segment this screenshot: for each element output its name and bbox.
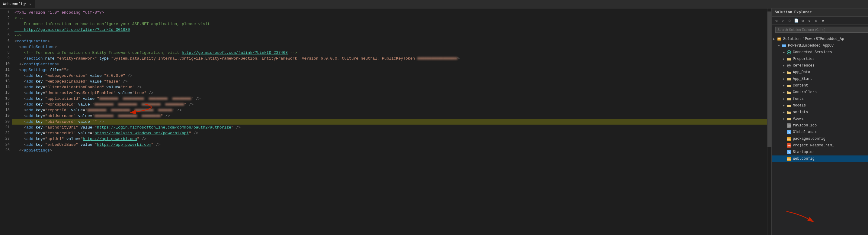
forward-button[interactable]: ▷ <box>780 18 785 23</box>
expand-arrow[interactable]: ▶ <box>781 57 786 61</box>
token-val: "reportId" <box>45 107 68 113</box>
se-item-scripts[interactable]: ▶scripts <box>772 109 868 115</box>
refresh-button[interactable]: ↺ <box>807 18 812 23</box>
token-bracket: > <box>57 61 59 67</box>
sync-button[interactable]: ⇄ <box>820 18 826 23</box>
code-container[interactable]: 1234567891011121314151617181920212223242… <box>0 8 767 235</box>
se-item-content[interactable]: ▶Content <box>772 82 868 89</box>
code-line-15: <add key="UnobtrusiveJavaScriptEnabled" … <box>12 90 767 96</box>
expand-arrow[interactable]: ▶ <box>781 110 786 114</box>
tab-web-config[interactable]: Web.config* ✕ <box>0 0 35 8</box>
token-bracket: < <box>14 79 26 84</box>
se-item-models[interactable]: ▶Models <box>772 102 868 109</box>
tab-close-button[interactable]: ✕ <box>29 2 32 6</box>
code-line-20: <add key="pbiPassword" value="" /> <box>12 119 767 125</box>
se-item-solution--powerbiembedded-ap[interactable]: ▶Solution 'PowerBIEmbedded_Ap <box>772 36 868 42</box>
se-item-project-readme-html[interactable]: HTMLProject_Readme.html <box>772 142 868 149</box>
token-eq: = <box>43 136 45 142</box>
tab-label: Web.config* <box>3 2 27 6</box>
collapse-arrow[interactable]: ▼ <box>777 44 781 48</box>
token-comment: --> <box>288 50 297 56</box>
token-link[interactable]: https://app.powerbi.com <box>97 142 151 148</box>
expand-button[interactable]: ⊞ <box>813 18 819 23</box>
token-eq: = <box>43 90 45 96</box>
se-item-properties[interactable]: ▶Properties <box>772 56 868 62</box>
token-blurred: ■■■■■■■■ ■■■■■■■■ ■■■■■■■■ ■■■■■■ <box>88 107 173 113</box>
expand-arrow[interactable]: ▶ <box>781 71 786 74</box>
connected-services-icon <box>786 50 792 55</box>
solution-explorer-search[interactable] <box>775 27 868 33</box>
se-item-controllers[interactable]: ▶Controllers <box>772 89 868 96</box>
token-bracket: </ <box>14 61 24 67</box>
folder-icon <box>786 89 792 95</box>
expand-arrow[interactable]: ▶ <box>781 64 786 68</box>
token-attr: value <box>88 79 102 84</box>
expand-arrow[interactable]: ▶ <box>781 84 786 87</box>
line-number-19: 19 <box>2 113 10 119</box>
token-link[interactable]: http://go.microsoft.com/fwlink/?LinkID=2… <box>182 50 288 56</box>
se-item-app-start[interactable]: ▶App_Start <box>772 76 868 82</box>
code-line-14: <add key="ClientValidationEnabled" value… <box>12 84 767 90</box>
editor-scrollbar[interactable] <box>767 8 771 235</box>
token-val: " <box>85 107 88 113</box>
token-comment: <!-- For more information on Entity Fram… <box>14 50 182 56</box>
expand-arrow[interactable]: ▶ <box>781 117 786 121</box>
expand-arrow[interactable]: ▶ <box>781 104 786 107</box>
back-button[interactable]: ◁ <box>774 18 779 23</box>
expand-arrow[interactable]: ▶ <box>781 97 786 101</box>
token-eq: = <box>102 79 104 84</box>
tab-bar: Web.config* ✕ <box>0 0 868 8</box>
solution-explorer-tree: ▶Solution 'PowerBIEmbedded_Ap▼PowerBIEmb… <box>772 34 868 235</box>
se-item-packages-config[interactable]: XMLpackages.config <box>772 135 868 142</box>
se-item-references[interactable]: ▶References <box>772 62 868 69</box>
se-item-label: favicon.ico <box>793 123 868 128</box>
token-link[interactable]: https://analysis.windows.net/powerbi/api <box>94 130 189 136</box>
se-item-fonts[interactable]: ▶fonts <box>772 96 868 102</box>
token-tag: appSettings <box>22 67 48 73</box>
line-number-16: 16 <box>2 96 10 102</box>
expand-arrow[interactable]: ▶ <box>781 77 786 81</box>
line-number-23: 23 <box>2 136 10 142</box>
se-item-global-asax[interactable]: C#Global.asax <box>772 129 868 135</box>
token-link[interactable]: https://api.powerbi.com <box>83 136 137 142</box>
code-line-24: <add key="embedUrlBase" value="https://a… <box>12 142 767 148</box>
token-attr: value <box>76 102 90 107</box>
token-bracket: /> <box>191 130 198 136</box>
se-item-label: Properties <box>793 57 868 61</box>
token-eq: = <box>43 113 45 119</box>
token-attr: key <box>33 119 42 125</box>
token-bracket: /> <box>175 107 182 113</box>
token-val: " <box>184 102 187 107</box>
folder-icon <box>786 96 792 102</box>
token-val: " <box>92 113 95 119</box>
se-item-label: scripts <box>793 110 868 114</box>
expand-arrow[interactable]: ▶ <box>772 37 777 41</box>
se-item-views[interactable]: ▶Views <box>772 115 868 122</box>
token-attr: value <box>78 142 92 148</box>
se-item-web-config[interactable]: XMLWeb.config <box>772 155 868 162</box>
se-item-startup-cs[interactable]: C#Startup.cs <box>772 149 868 155</box>
svg-rect-17 <box>787 105 791 107</box>
collapse-button[interactable]: ⊟ <box>800 18 806 23</box>
svg-rect-3 <box>778 38 780 39</box>
se-item-label: packages.config <box>793 137 868 141</box>
file-view-button[interactable]: 📄 <box>794 18 799 23</box>
se-item-app-data[interactable]: ▶App_Data <box>772 69 868 76</box>
se-item-powerbiembedded-appov[interactable]: ▼PowerBIEmbedded_AppOv <box>772 42 868 49</box>
token-eq: = <box>43 125 45 130</box>
se-item-connected-services[interactable]: ▶Connected Services <box>772 49 868 56</box>
token-val: " <box>191 96 193 102</box>
se-item-favicon-ico[interactable]: icofavicon.ico <box>772 122 868 129</box>
expand-arrow[interactable]: ▶ <box>781 90 786 94</box>
token-bracket: /> <box>97 119 104 125</box>
token-link[interactable]: https://login.microsoftonline.com/common… <box>97 125 231 130</box>
expand-arrow[interactable]: ▶ <box>781 51 786 54</box>
folder-icon <box>786 56 792 62</box>
token-link[interactable]: http://go.microsoft.com/fwlink/?LinkId=3… <box>14 27 130 33</box>
token-bracket: /> <box>135 84 142 90</box>
token-val: "applicationId" <box>45 96 80 102</box>
se-item-label: Project_Readme.html <box>793 143 868 148</box>
token-bracket: > <box>66 67 69 73</box>
solution-explorer: Solution Explorer ◁ ▷ ⌂ 📄 ⊟ ↺ ⊞ ⇄ ▶Solut… <box>771 8 868 235</box>
home-button[interactable]: ⌂ <box>787 18 792 23</box>
